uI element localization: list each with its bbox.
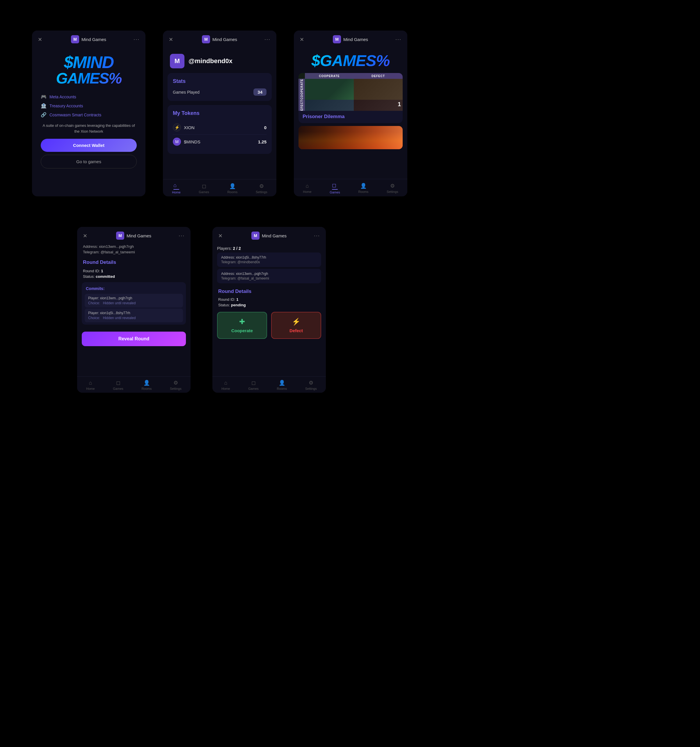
nav-settings-label: Settings: [305, 387, 317, 390]
nav-settings-label: Settings: [387, 190, 398, 194]
close-icon[interactable]: ✕: [83, 233, 89, 239]
grid-top-cooperate: COOPERATE: [305, 73, 354, 79]
nav-home[interactable]: ⌂ Home: [172, 182, 180, 194]
nav-games[interactable]: ◻ Games: [330, 182, 340, 194]
commit1-choice: Choice: Hidden until revealed: [88, 301, 180, 305]
nav-home[interactable]: ⌂ Home: [221, 380, 230, 390]
screen-games: ✕ M Mind Games ··· $GAMES% COOPERATE DEF…: [294, 30, 407, 197]
nav-rooms[interactable]: 👤 Rooms: [277, 380, 287, 390]
app-icon: M: [333, 35, 341, 43]
reveal-round-button[interactable]: Reveal Round: [82, 332, 186, 346]
nav-games[interactable]: ◻ Games: [113, 380, 123, 390]
more-icon[interactable]: ···: [265, 36, 271, 42]
nav-settings[interactable]: ⚙ Settings: [256, 183, 268, 194]
second-game-card[interactable]: [298, 126, 403, 149]
meta-accounts-link[interactable]: 🎮 Meta Accounts: [41, 94, 137, 100]
close-icon[interactable]: ✕: [218, 233, 224, 239]
status-label: Status:: [218, 303, 230, 307]
bottom-navigation: ⌂ Home ◻ Games 👤 Rooms ⚙ Settings: [77, 377, 190, 393]
rooms-icon: 👤: [144, 380, 150, 386]
app-icon: M: [71, 35, 79, 43]
commits-title: Commits:: [82, 283, 186, 293]
prisoner-dilemma-card[interactable]: COOPERATE DEFECT COOPERATE DEFECT 1 Pris…: [298, 73, 403, 123]
nav-settings[interactable]: ⚙ Settings: [387, 183, 398, 194]
hero-section: $MIND GAMES%: [32, 48, 145, 89]
xion-icon: ⚡: [173, 123, 181, 132]
xion-token-info: ⚡ XION: [173, 123, 195, 132]
games-played-label: Games Played: [173, 90, 200, 95]
profile-section: M @mindbend0x: [163, 48, 277, 73]
nav-games[interactable]: ◻ Games: [248, 380, 259, 390]
home-icon: ⌂: [224, 380, 228, 386]
nav-home[interactable]: ⌂ Home: [86, 380, 95, 390]
settings-icon: ⚙: [309, 380, 313, 386]
round-details-title: Round Details: [77, 256, 190, 268]
treasury-link[interactable]: 🏦 Treasury Accounts: [41, 103, 137, 109]
minds-token-value: 1.25: [258, 139, 266, 144]
grid-cell-cc: [305, 79, 354, 100]
tokens-title: My Tokens: [173, 110, 266, 116]
nav-rooms[interactable]: 👤 Rooms: [227, 183, 237, 194]
nav-rooms[interactable]: 👤 Rooms: [141, 380, 151, 390]
home-icon: ⌂: [89, 380, 92, 386]
player1-card: Address: xion1q5i...8shy77rh Telegram: @…: [217, 253, 321, 267]
more-icon[interactable]: ···: [178, 233, 185, 239]
treasury-icon: 🏦: [41, 103, 47, 109]
pd-grid: COOPERATE DEFECT COOPERATE DEFECT 1: [298, 73, 403, 111]
commits-section: Commits: Player: xion13wm...pqjh7rgh Cho…: [82, 282, 186, 325]
more-icon[interactable]: ···: [133, 36, 140, 42]
defect-icon: ⚡: [292, 318, 301, 326]
round-id-value: 1: [236, 297, 238, 302]
app-icon: M: [116, 231, 124, 240]
screen-game-room: ✕ M Mind Games ··· Players: 2 / 2 Addres…: [212, 227, 326, 393]
app-description: A suite of on-chain games leveraging the…: [32, 123, 145, 139]
treasury-label: Treasury Accounts: [50, 104, 83, 108]
stats-title: Stats: [173, 78, 266, 85]
more-icon[interactable]: ···: [395, 36, 402, 42]
cooperate-button[interactable]: ✚ Cooperate: [217, 312, 267, 339]
nav-rooms[interactable]: 👤 Rooms: [358, 183, 368, 194]
prisoner-dilemma-title: Prisoner Dilemma: [298, 111, 403, 123]
close-icon[interactable]: ✕: [169, 36, 175, 42]
connect-wallet-button[interactable]: Connect Wallet: [41, 139, 137, 152]
games-icon: ◻: [116, 380, 121, 386]
close-icon[interactable]: ✕: [300, 36, 305, 42]
games-icon: ◻: [251, 380, 256, 386]
go-to-games-button[interactable]: Go to games: [41, 155, 137, 168]
screen3-header: ✕ M Mind Games ···: [294, 30, 407, 48]
nav-rooms-label: Rooms: [358, 190, 368, 194]
nav-settings[interactable]: ⚙ Settings: [170, 380, 181, 390]
status-value: pending: [231, 303, 246, 307]
nav-settings[interactable]: ⚙ Settings: [305, 380, 317, 390]
players-count-row: Players: 2 / 2: [217, 246, 321, 251]
action-buttons: Connect Wallet Go to games: [32, 139, 145, 174]
logo-line1: $MIND: [38, 54, 140, 71]
defect-button[interactable]: ⚡ Defect: [271, 312, 321, 339]
nav-games[interactable]: ◻ Games: [199, 183, 209, 194]
fire-bg: [298, 126, 403, 149]
grid-cell-dc: [305, 100, 354, 111]
contracts-link[interactable]: 🔗 Cosmwasm Smart Contracts: [41, 112, 137, 118]
nav-home-label: Home: [172, 191, 180, 194]
commit2-choice-value: Hidden until revealed: [103, 316, 136, 320]
player2-telegram: Telegram: @faisal_al_tameemi: [221, 276, 317, 280]
screen5-header: ✕ M Mind Games ···: [212, 227, 326, 244]
home-icon: ⌂: [306, 183, 309, 189]
cooperate-icon: ✚: [239, 318, 245, 326]
nav-games-label: Games: [199, 190, 209, 194]
nav-home-label: Home: [221, 387, 230, 390]
title-area: M Mind Games: [202, 35, 237, 43]
title-area: M Mind Games: [333, 35, 368, 43]
more-icon[interactable]: ···: [314, 233, 320, 239]
close-icon[interactable]: ✕: [38, 36, 44, 42]
app-title: Mind Games: [343, 37, 368, 42]
tokens-section: My Tokens ⚡ XION 0 M $MINDS 1.25: [168, 105, 272, 154]
nav-home[interactable]: ⌂ Home: [303, 183, 311, 194]
home-icon: ⌂: [173, 182, 179, 190]
app-title: Mind Games: [212, 37, 237, 42]
telegram-line: Telegram: @faisal_al_tameemi: [77, 250, 190, 256]
games-icon: ◻: [332, 182, 338, 190]
player2-card: Address: xion13wm...pqjh7rgh Telegram: @…: [217, 269, 321, 283]
commit-1: Player: xion13wm...pqjh7rgh Choice: Hidd…: [85, 294, 183, 307]
grid-cell-cd: [354, 79, 403, 100]
